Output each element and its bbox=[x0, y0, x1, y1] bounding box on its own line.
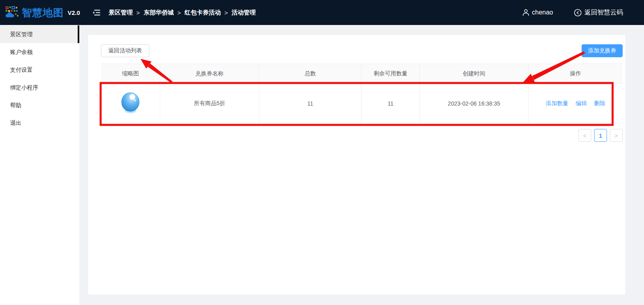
cell-coupon-name: 所有商品5折 bbox=[160, 84, 259, 123]
active-indicator bbox=[78, 25, 79, 43]
column-actions: 操作 bbox=[528, 64, 623, 84]
table-row: 所有商品5折 11 11 2023-02-06 16:38:35 添加数量 编辑… bbox=[101, 84, 623, 123]
column-created-time: 创建时间 bbox=[420, 64, 528, 84]
breadcrumb: 景区管理 > 东部华侨城 > 红包卡券活动 > 活动管理 bbox=[109, 9, 256, 17]
pagination-prev-button[interactable]: < bbox=[578, 129, 591, 142]
sidebar-item-payment-settings[interactable]: 支付设置 bbox=[0, 61, 79, 79]
column-remaining: 剩余可用数量 bbox=[361, 64, 420, 84]
return-cloud-label: 返回智慧云码 bbox=[584, 8, 623, 17]
column-thumbnail: 缩略图 bbox=[101, 64, 160, 84]
table-header-row: 缩略图 兑换券名称 总数 剩余可用数量 创建时间 操作 bbox=[101, 64, 623, 84]
breadcrumb-separator: > bbox=[224, 9, 228, 16]
add-quantity-link[interactable]: 添加数量 bbox=[546, 100, 568, 106]
logo-icon bbox=[5, 5, 19, 20]
pagination: < 1 > bbox=[101, 129, 623, 142]
sidebar-item-label: 绑定小程序 bbox=[10, 84, 38, 91]
sidebar-item-help[interactable]: 帮助 bbox=[0, 96, 79, 114]
breadcrumb-separator: > bbox=[178, 9, 181, 16]
coupon-thumbnail-image bbox=[120, 91, 140, 114]
edit-link[interactable]: 编辑 bbox=[576, 100, 587, 106]
sidebar-item-logout[interactable]: 退出 bbox=[0, 114, 79, 132]
topbar-right: chenao 返回智慧云码 bbox=[522, 8, 623, 17]
breadcrumb-item-2[interactable]: 东部华侨城 bbox=[144, 9, 174, 17]
sidebar-item-account-balance[interactable]: 账户余额 bbox=[0, 43, 79, 61]
breadcrumb-item-4[interactable]: 活动管理 bbox=[231, 9, 256, 17]
brand-version: V2.0 bbox=[68, 9, 80, 16]
sidebar-item-bind-miniprogram[interactable]: 绑定小程序 bbox=[0, 79, 79, 96]
sidebar-item-scenic-management[interactable]: 景区管理 bbox=[0, 25, 79, 43]
logo: 智慧地图 V2.0 bbox=[5, 5, 80, 20]
pagination-next-button[interactable]: > bbox=[610, 129, 623, 142]
user-icon bbox=[522, 9, 529, 16]
user-name: chenao bbox=[532, 9, 553, 16]
column-total: 总数 bbox=[259, 64, 361, 84]
sidebar-item-label: 帮助 bbox=[10, 102, 21, 108]
cell-total: 11 bbox=[259, 84, 361, 123]
back-circle-icon bbox=[574, 9, 582, 17]
content-area: 返回活动列表 添加兑换券 缩略图 兑换券名称 总数 剩余可用数量 创建时间 操作 bbox=[79, 25, 644, 305]
cell-thumbnail bbox=[101, 84, 160, 123]
toolbar: 返回活动列表 添加兑换券 bbox=[101, 44, 623, 57]
topbar: 智慧地图 V2.0 景区管理 > 东部华侨城 > 红包卡券活动 > 活动管理 c… bbox=[0, 0, 644, 25]
sidebar-collapse-icon[interactable] bbox=[93, 9, 101, 16]
coupon-card: 返回活动列表 添加兑换券 缩略图 兑换券名称 总数 剩余可用数量 创建时间 操作 bbox=[88, 35, 625, 295]
coupon-table: 缩略图 兑换券名称 总数 剩余可用数量 创建时间 操作 bbox=[101, 64, 623, 123]
sidebar-item-label: 景区管理 bbox=[10, 31, 33, 37]
breadcrumb-item-3[interactable]: 红包卡券活动 bbox=[184, 9, 221, 17]
page-body: 景区管理 账户余额 支付设置 绑定小程序 帮助 退出 返回活动列表 添加兑 bbox=[0, 25, 644, 305]
user-menu[interactable]: chenao bbox=[522, 9, 553, 16]
add-coupon-button[interactable]: 添加兑换券 bbox=[582, 44, 623, 57]
cell-remaining: 11 bbox=[361, 84, 420, 123]
breadcrumb-separator: > bbox=[136, 9, 140, 16]
column-coupon-name: 兑换券名称 bbox=[160, 64, 259, 84]
breadcrumb-item-1[interactable]: 景区管理 bbox=[109, 9, 133, 17]
brand-title: 智慧地图 bbox=[22, 6, 64, 19]
pagination-page-1[interactable]: 1 bbox=[594, 129, 607, 142]
sidebar-item-label: 退出 bbox=[10, 120, 21, 126]
return-cloud-link[interactable]: 返回智慧云码 bbox=[574, 8, 623, 17]
back-to-activity-list-button[interactable]: 返回活动列表 bbox=[101, 44, 149, 57]
cell-actions: 添加数量 编辑 删除 bbox=[528, 84, 623, 123]
delete-link[interactable]: 删除 bbox=[594, 100, 605, 106]
sidebar-item-label: 支付设置 bbox=[10, 66, 33, 73]
sidebar-item-label: 账户余额 bbox=[10, 49, 33, 55]
sidebar: 景区管理 账户余额 支付设置 绑定小程序 帮助 退出 bbox=[0, 25, 79, 305]
cell-created-time: 2023-02-06 16:38:35 bbox=[420, 84, 528, 123]
